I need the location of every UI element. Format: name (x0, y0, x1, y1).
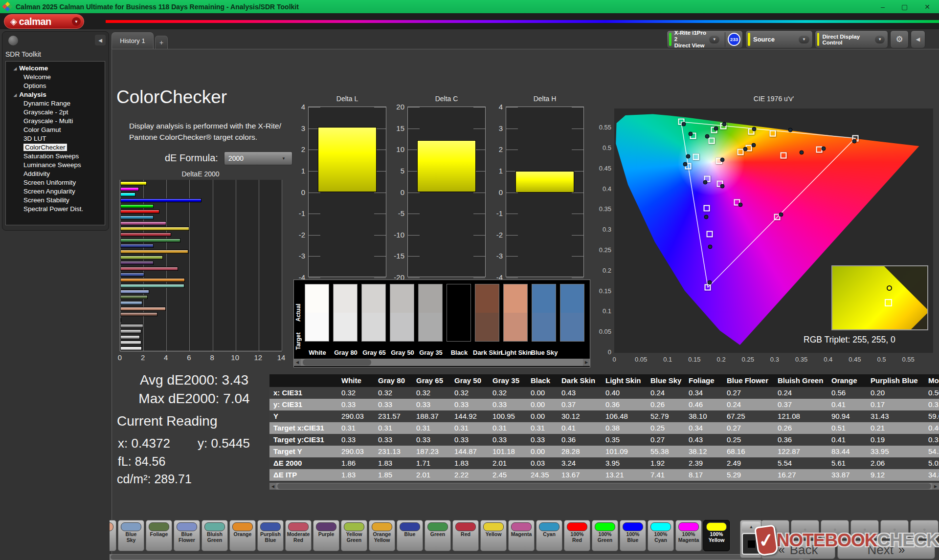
patch-button-bluish-green[interactable]: Bluish Green (201, 520, 228, 551)
table-cell: 5.29 (723, 469, 774, 481)
patch-button-100-blue[interactable]: 100% Blue (620, 520, 646, 551)
measured-marker (852, 139, 856, 143)
chevron-right-icon: » (898, 543, 905, 557)
scroll-right-icon[interactable]: ▶ (583, 359, 590, 366)
table-scrollbar[interactable]: ◀ ▶ (269, 483, 939, 490)
table-cell: 0.31 (924, 434, 939, 446)
table-cell: 121.08 (774, 410, 827, 422)
calman-menu-button[interactable]: ◈ calman ▼ (4, 14, 84, 29)
patch-button-100-magenta[interactable]: 100% Magenta (675, 520, 702, 551)
sidebar-item-analysis[interactable]: ◢Analysis (6, 90, 105, 99)
patch-button-cyan[interactable]: Cyan (536, 520, 562, 551)
table-cell: 0.36 (602, 399, 647, 410)
patch-color (121, 522, 141, 531)
patch-button-magenta[interactable]: Magenta (508, 520, 535, 551)
maximize-button[interactable]: ▢ (901, 3, 908, 11)
deltae-bar-100-red (120, 210, 159, 214)
deltae-bar-green (120, 238, 180, 242)
patch-scrollbar[interactable]: ▶ (110, 554, 810, 560)
tab-add-button[interactable]: + (155, 36, 168, 49)
sidebar-item-screen-uniformity[interactable]: Screen Uniformity (6, 178, 105, 187)
transport-icon: ◦ (834, 525, 836, 533)
patch-button-100-red[interactable]: 100% Red (564, 520, 590, 551)
meter-dropdown[interactable]: X-Rite i1Pro 2 Direct View ▼ 233 (667, 30, 743, 48)
patch-color (511, 522, 532, 531)
transport-button-5[interactable]: ◦ (880, 520, 909, 538)
de-formula-select[interactable]: 2000 ▼ (224, 151, 292, 165)
meter-count-badge[interactable]: 233 (728, 33, 740, 46)
transport-button-6[interactable]: ◦ (910, 520, 939, 538)
sidebar-item-colorchecker[interactable]: ColorChecker (6, 143, 105, 152)
swatch-label: White (302, 349, 333, 356)
display-control-dropdown[interactable]: Direct Display Control ▼ (815, 30, 888, 48)
sidebar-item-color-gamut[interactable]: Color Gamut (6, 126, 105, 134)
measured-marker (720, 158, 725, 162)
swatch-scrollbar[interactable]: ◀ ▶ (294, 359, 590, 366)
sidebar-item-saturation-sweeps[interactable]: Saturation Sweeps (6, 152, 105, 161)
back-button[interactable]: « Back (761, 540, 835, 559)
settings-button[interactable]: ⚙ (890, 30, 909, 48)
patch-button-yellow-green[interactable]: Yellow Green (341, 520, 367, 551)
sidebar-item-screen-stability[interactable]: Screen Stability (6, 196, 105, 205)
sidebar-item-grayscale-multi[interactable]: Grayscale - Multi (6, 117, 105, 126)
patch-button-blue-sky[interactable]: Blue Sky (118, 520, 144, 551)
sidebar-item-dynamic-range[interactable]: Dynamic Range (6, 99, 105, 108)
patch-label: Blue (397, 532, 423, 538)
sidebar-item-welcome[interactable]: ◢Welcome (6, 64, 105, 73)
source-dropdown[interactable]: Source ▼ (745, 30, 813, 48)
close-button[interactable]: ✕ (924, 3, 930, 11)
sidebar-item-grayscale-2pt[interactable]: Grayscale - 2pt (6, 108, 105, 117)
sidebar-item-luminance-sweeps[interactable]: Luminance Sweeps (6, 161, 105, 170)
target-color (504, 313, 527, 341)
patch-button-blue-flower[interactable]: Blue Flower (174, 520, 200, 551)
scroll-left-icon[interactable]: ◀ (294, 359, 301, 366)
sidebar-item-3d-lut[interactable]: 3D LUT (6, 134, 105, 143)
patch-button-100-green[interactable]: 100% Green (592, 520, 618, 551)
sidebar-item-spectral-power-dist-[interactable]: Spectral Power Dist. (6, 205, 105, 214)
patch-button-100-yellow[interactable]: 100% Yellow (703, 520, 730, 551)
delta-h-chart (506, 107, 584, 277)
patch-button-blue[interactable]: Blue (397, 520, 423, 551)
stop-button[interactable] (742, 533, 760, 555)
actual-color (334, 284, 357, 313)
sidebar-item-welcome[interactable]: Welcome (6, 73, 105, 82)
scroll-right-icon[interactable]: ▶ (932, 483, 939, 490)
table-cell: 1.83 (450, 457, 489, 469)
patch-button-red[interactable]: Red (452, 520, 479, 551)
scroll-left-icon[interactable]: ◀ (269, 483, 276, 490)
sidebar-item-screen-angularity[interactable]: Screen Angularity (6, 187, 105, 196)
transport-button-2[interactable]: ◦ (791, 520, 819, 538)
transport-button-1[interactable]: ◦ (761, 520, 789, 538)
table-header-row: WhiteGray 80Gray 65Gray 50Gray 35BlackDa… (269, 374, 939, 387)
patch-button-light-skin[interactable]: Light Skin (110, 520, 116, 551)
sidebar-orb-button[interactable] (8, 36, 18, 45)
table-cell: 33.87 (827, 469, 867, 481)
display-control-status-bar (817, 33, 819, 46)
transport-button-4[interactable]: ◦ (850, 520, 879, 538)
patch-button-green[interactable]: Green (425, 520, 451, 551)
table-cell: 5.54 (774, 457, 827, 469)
patch-button-moderate-red[interactable]: Moderate Red (285, 520, 312, 551)
swatch-gray-65: Gray 65 (361, 284, 386, 342)
table-cell: 68.16 (723, 446, 774, 457)
patch-button-yellow[interactable]: Yellow (480, 520, 507, 551)
panel-collapse-button[interactable]: ◀ (911, 30, 925, 48)
sidebar-item-options[interactable]: Options (6, 82, 105, 90)
transport-button-3[interactable]: ◦ (821, 520, 849, 538)
patch-button-100-cyan[interactable]: 100% Cyan (648, 520, 674, 551)
table-row: ΔE 20001.861.831.711.832.010.033.243.951… (269, 457, 939, 469)
next-button[interactable]: Next » (837, 540, 935, 559)
expander-icon: ◢ (14, 66, 17, 71)
tab-history-1[interactable]: History 1 (112, 32, 154, 49)
sidebar-collapse-button[interactable]: ◀ (95, 35, 106, 45)
expand-up-button[interactable]: ▲ (742, 522, 760, 532)
patch-button-purplish-blue[interactable]: Purplish Blue (257, 520, 284, 551)
minimize-button[interactable]: – (881, 3, 885, 11)
sidebar-item-additivity[interactable]: Additivity (6, 170, 105, 178)
table-row: ΔE ITP1.831.852.012.222.4524.3513.6713.2… (269, 469, 939, 481)
patch-button-foliage[interactable]: Foliage (146, 520, 172, 551)
table-cell: 0.00 (527, 446, 558, 457)
patch-button-orange-yellow[interactable]: Orange Yellow (369, 520, 395, 551)
patch-button-purple[interactable]: Purple (313, 520, 339, 551)
patch-button-orange[interactable]: Orange (229, 520, 256, 551)
